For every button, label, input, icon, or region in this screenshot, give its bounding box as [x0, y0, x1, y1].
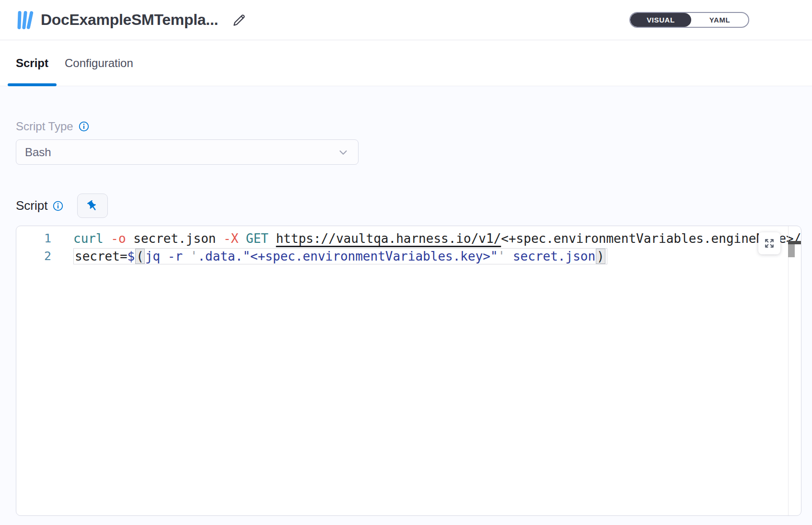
code-lines: 1curl -o secret.json -X GET https://vaul…	[16, 229, 801, 265]
info-icon[interactable]	[78, 121, 90, 132]
template-library-icon	[16, 10, 35, 31]
script-type-value: Bash	[25, 146, 51, 159]
code-line[interactable]: 2secret=$(jq -r '.data."<+spec.environme…	[16, 247, 801, 265]
header: DocExampleSMTempla... VISUAL YAML	[0, 0, 812, 40]
scrollbar-marker	[788, 241, 801, 244]
pencil-icon	[232, 12, 247, 28]
code-content[interactable]: secret=$(jq -r '.data."<+spec.environmen…	[73, 248, 607, 264]
toggle-visual[interactable]: VISUAL	[630, 13, 691, 27]
edit-title-button[interactable]	[232, 12, 247, 28]
tab-configuration[interactable]: Configuration	[57, 40, 141, 86]
expand-button[interactable]	[758, 232, 780, 254]
script-type-label: Script Type	[16, 120, 73, 133]
pin-icon	[86, 200, 99, 212]
tab-bar: Script Configuration	[0, 40, 812, 86]
code-line[interactable]: 1curl -o secret.json -X GET https://vaul…	[16, 229, 801, 247]
pin-button[interactable]	[77, 194, 108, 218]
line-number: 2	[16, 249, 51, 263]
mode-toggle: VISUAL YAML	[629, 12, 749, 28]
script-type-label-row: Script Type	[16, 120, 812, 133]
script-type-select[interactable]: Bash	[16, 139, 359, 165]
expand-icon	[763, 237, 776, 250]
script-label-row: Script	[16, 194, 812, 218]
main-content: Script Type Bash Script	[0, 86, 812, 525]
scrollbar[interactable]	[788, 226, 801, 515]
line-number: 1	[16, 231, 51, 245]
info-icon[interactable]	[52, 200, 64, 212]
scrollbar-thumb[interactable]	[788, 244, 795, 257]
toggle-yaml[interactable]: YAML	[691, 13, 748, 27]
script-label: Script	[16, 198, 47, 213]
chevron-down-icon	[338, 147, 348, 158]
code-content[interactable]: curl -o secret.json -X GET https://vault…	[73, 231, 801, 246]
page-title: DocExampleSMTempla...	[41, 11, 218, 29]
code-editor[interactable]: 1curl -o secret.json -X GET https://vaul…	[16, 226, 801, 516]
tab-script[interactable]: Script	[8, 40, 57, 86]
